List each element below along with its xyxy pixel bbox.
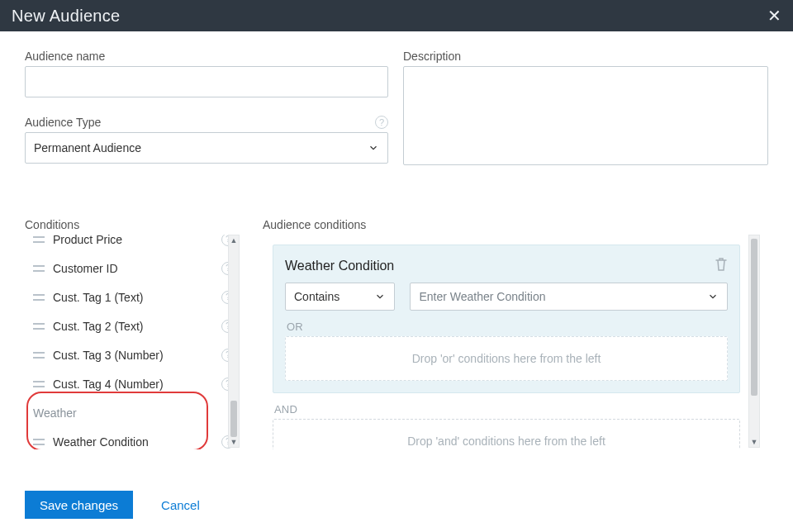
condition-item-customer-id[interactable]: Customer ID ? xyxy=(25,254,240,283)
or-group-label: OR xyxy=(287,321,728,333)
scroll-thumb[interactable] xyxy=(751,239,757,396)
scroll-down-icon[interactable]: ▼ xyxy=(229,437,239,447)
condition-item-label: Cust. Tag 3 (Number) xyxy=(53,349,164,362)
audience-type-label: Audience Type xyxy=(25,116,101,129)
condition-item-weather-condition[interactable]: Weather Condition ? xyxy=(25,427,240,449)
condition-item-label: Cust. Tag 2 (Text) xyxy=(53,320,143,333)
condition-item-cust-tag-4[interactable]: Cust. Tag 4 (Number) ? xyxy=(25,369,240,398)
main-scrollbar[interactable] xyxy=(785,31,793,479)
modal-title: New Audience xyxy=(12,7,120,26)
operator-value: Contains xyxy=(294,290,340,303)
operator-select[interactable]: Contains xyxy=(285,283,395,311)
audience-type-select[interactable]: Permanent Audience xyxy=(25,132,388,164)
drag-handle-icon xyxy=(33,381,45,387)
close-icon[interactable]: ✕ xyxy=(767,7,781,24)
and-group-label: AND xyxy=(274,403,740,416)
condition-item-label: Customer ID xyxy=(53,262,118,275)
condition-group-label: Weather xyxy=(33,406,77,420)
description-label: Description xyxy=(403,50,768,63)
condition-title: Weather Condition xyxy=(285,259,394,273)
drag-handle-icon xyxy=(33,323,45,330)
conditions-heading: Conditions xyxy=(25,218,248,231)
trash-icon[interactable] xyxy=(715,257,728,274)
modal-footer: Save changes Cancel xyxy=(0,479,793,532)
and-drop-zone[interactable]: Drop 'and' conditions here from the left xyxy=(273,419,740,449)
condition-group-weather: Weather xyxy=(25,398,240,427)
drag-handle-icon xyxy=(33,236,45,243)
help-icon[interactable]: ? xyxy=(375,116,388,129)
or-drop-zone[interactable]: Drop 'or' conditions here from the left xyxy=(285,336,728,381)
value-select[interactable]: Enter Weather Condition xyxy=(410,283,728,311)
audience-name-input[interactable] xyxy=(25,66,388,97)
modal-titlebar: New Audience ✕ xyxy=(0,0,793,31)
drag-handle-icon xyxy=(33,294,45,301)
scroll-down-icon[interactable]: ▼ xyxy=(749,437,759,447)
cancel-button[interactable]: Cancel xyxy=(156,497,205,513)
or-drop-text: Drop 'or' conditions here from the left xyxy=(412,352,601,365)
save-button[interactable]: Save changes xyxy=(25,491,133,519)
condition-item-label: Cust. Tag 1 (Text) xyxy=(53,291,143,304)
chevron-down-icon xyxy=(368,142,379,154)
chevron-down-icon xyxy=(374,291,386,302)
or-condition-block: Weather Condition Contains xyxy=(273,245,740,393)
audience-name-label: Audience name xyxy=(25,50,388,63)
condition-item-cust-tag-3[interactable]: Cust. Tag 3 (Number) ? xyxy=(25,340,240,369)
drag-handle-icon xyxy=(33,352,45,359)
value-placeholder: Enter Weather Condition xyxy=(419,290,545,303)
scroll-up-icon[interactable]: ▲ xyxy=(229,235,239,245)
and-drop-text: Drop 'and' conditions here from the left xyxy=(407,435,605,448)
palette-scrollbar[interactable]: ▲ ▼ xyxy=(228,235,240,448)
scroll-thumb[interactable] xyxy=(230,401,237,437)
condition-item-label: Weather Condition xyxy=(53,435,149,449)
condition-item-product-price[interactable]: Product Price ? xyxy=(25,235,240,254)
condition-item-cust-tag-2[interactable]: Cust. Tag 2 (Text) ? xyxy=(25,311,240,340)
drag-handle-icon xyxy=(33,265,45,272)
condition-item-cust-tag-1[interactable]: Cust. Tag 1 (Text) ? xyxy=(25,283,240,311)
drag-handle-icon xyxy=(33,439,45,445)
audience-type-value: Permanent Audience xyxy=(34,141,141,154)
description-textarea[interactable] xyxy=(403,66,768,165)
condition-item-label: Product Price xyxy=(53,235,122,246)
audience-conditions-heading: Audience conditions xyxy=(263,218,768,231)
chevron-down-icon xyxy=(707,291,719,302)
condition-item-label: Cust. Tag 4 (Number) xyxy=(53,378,164,391)
canvas-scrollbar[interactable]: ▲ ▼ xyxy=(748,235,760,448)
